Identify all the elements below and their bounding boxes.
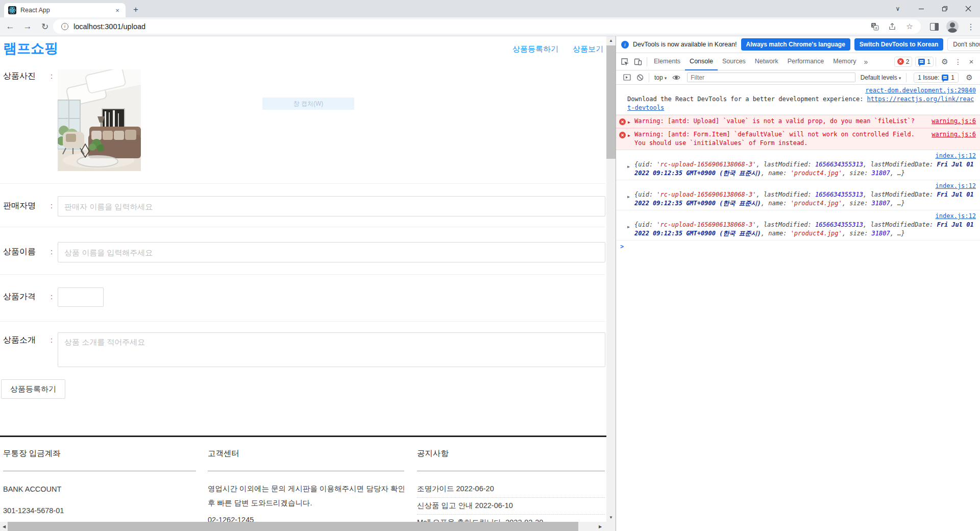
browser-tabstrip: React App × + ∨ — [0, 0, 980, 17]
browser-tab[interactable]: React App × — [4, 3, 126, 17]
price-input[interactable] — [58, 287, 104, 307]
scroll-up-icon[interactable]: ▲ — [606, 36, 616, 44]
object-preview[interactable]: {uid: 'rc-upload-1656906138068-3', lastM… — [634, 221, 974, 237]
chrome-menu-icon[interactable]: ⋮ — [964, 19, 978, 34]
notice-item[interactable]: 신상품 입고 안내 2022-06-10 — [417, 498, 605, 515]
forward-icon[interactable]: → — [20, 19, 35, 34]
nav-view-link[interactable]: 상품보기 — [573, 44, 603, 54]
support-text-line2: 후 빠른 답변 도와드리겠습니다. — [208, 498, 312, 508]
address-bar[interactable]: i localhost:3001/upload 文a ☆ — [53, 19, 921, 34]
product-name-input[interactable] — [58, 242, 605, 262]
vertical-scrollbar[interactable]: ▲ ▼ — [606, 36, 616, 531]
issues-pill[interactable]: 1 Issue: 1 — [914, 73, 959, 83]
avatar — [946, 20, 959, 33]
restore-button[interactable] — [933, 0, 957, 17]
tab-elements[interactable]: Elements — [649, 53, 685, 70]
nav-register-link[interactable]: 상품등록하기 — [512, 44, 558, 54]
switch-korean-button[interactable]: Switch DevTools to Korean — [854, 38, 943, 51]
back-icon[interactable]: ← — [3, 19, 17, 34]
object-preview[interactable]: {uid: 'rc-upload-1656906138068-3', lastM… — [634, 161, 974, 177]
inspect-element-icon[interactable] — [618, 55, 631, 68]
webpage: 램프쇼핑 상품등록하기 상품보기 상품사진 : — [0, 36, 606, 531]
product-image-thumbnail[interactable] — [58, 69, 141, 171]
share-icon[interactable] — [886, 20, 898, 33]
issues-icon — [942, 75, 948, 81]
more-tabs-icon[interactable]: » — [861, 58, 871, 66]
seller-input[interactable] — [58, 196, 605, 216]
reload-icon[interactable]: ↻ — [38, 19, 52, 34]
scroll-right-icon[interactable]: ▶ — [596, 522, 604, 531]
context-selector[interactable]: top▾ — [651, 74, 670, 81]
submit-product-button[interactable]: 상품등록하기 — [1, 379, 65, 399]
live-expression-eye-icon[interactable] — [670, 71, 683, 84]
match-language-button[interactable]: Always match Chrome's language — [741, 38, 850, 51]
devtools-menu-icon[interactable]: ⋮ — [951, 55, 965, 68]
source-link[interactable]: warning.js:6 — [932, 130, 976, 139]
warning-text: Warning: [antd: Upload] `value` is not a… — [634, 117, 915, 125]
console-sidebar-icon[interactable] — [620, 71, 633, 84]
scroll-left-icon[interactable]: ◀ — [0, 522, 8, 531]
object-preview[interactable]: {uid: 'rc-upload-1656906138068-3', lastM… — [634, 191, 974, 207]
toolbar-right: ⋮ — [923, 19, 978, 34]
horizontal-scrollbar[interactable]: ◀ ▶ — [0, 522, 606, 531]
expand-triangle-icon[interactable]: ▶ — [628, 118, 630, 127]
scroll-down-icon[interactable]: ▼ — [606, 513, 616, 521]
new-tab-button[interactable]: + — [130, 4, 142, 16]
error-count-badge[interactable]: × 2 — [894, 57, 913, 67]
expand-triangle-icon[interactable]: ▶ — [627, 162, 630, 171]
tab-console[interactable]: Console — [685, 53, 718, 70]
issue-count-badge[interactable]: 1 — [915, 57, 934, 67]
description-textarea[interactable] — [58, 332, 605, 367]
warning-text: Warning: [antd: Form.Item] `defaultValue… — [634, 131, 915, 147]
product-name-label: 상품이름 — [3, 247, 36, 257]
console-settings-icon[interactable]: ⚙ — [963, 71, 976, 84]
source-link[interactable]: react-dom.development.js:29840 — [865, 87, 976, 94]
expand-triangle-icon[interactable]: ▶ — [628, 131, 630, 140]
tab-close-icon[interactable]: × — [113, 7, 121, 14]
error-icon: × — [897, 58, 904, 65]
site-logo-link[interactable]: 램프쇼핑 — [3, 39, 58, 58]
source-link[interactable]: index.js:12 — [936, 152, 976, 159]
source-link[interactable]: index.js:12 — [936, 182, 976, 189]
tab-network[interactable]: Network — [750, 53, 783, 70]
side-panel-icon[interactable] — [927, 19, 941, 34]
console-filter-input[interactable] — [687, 73, 855, 82]
chevron-down-icon: ▾ — [665, 76, 667, 81]
devtools-settings-icon[interactable]: ⚙ — [938, 55, 951, 68]
devtools-close-icon[interactable]: × — [965, 55, 978, 68]
close-window-button[interactable] — [957, 0, 980, 17]
notice-item[interactable]: 조명가이드 2022-06-20 — [417, 481, 605, 498]
divider — [649, 73, 649, 82]
log-levels-selector[interactable]: Default levels▾ — [857, 74, 904, 81]
site-info-icon[interactable]: i — [61, 23, 68, 30]
tab-sources[interactable]: Sources — [718, 53, 750, 70]
bank-account-label: BANK ACCOUNT — [3, 485, 61, 493]
profile-avatar[interactable] — [945, 19, 960, 34]
issue-count: 1 — [927, 58, 930, 65]
window-controls: ∨ — [886, 0, 980, 17]
vertical-scrollbar-thumb[interactable] — [606, 45, 616, 159]
clear-console-icon[interactable] — [633, 71, 647, 84]
url-text[interactable]: localhost:3001/upload — [74, 22, 864, 31]
product-name-colon: : — [51, 248, 53, 256]
bookmark-star-icon[interactable]: ☆ — [903, 20, 916, 33]
price-colon: : — [51, 293, 53, 301]
minimize-button[interactable] — [910, 0, 933, 17]
tab-memory[interactable]: Memory — [828, 53, 861, 70]
console-prompt[interactable]: > — [616, 240, 980, 245]
page-footer: 무통장 입금계좌 BANK ACCOUNT 301-1234-5678-01 고… — [0, 436, 606, 522]
source-link[interactable]: index.js:12 — [936, 212, 976, 220]
dismiss-banner-button[interactable]: Don't show again — [947, 38, 980, 51]
source-link[interactable]: warning.js:6 — [932, 117, 976, 126]
devtools-language-banner: i DevTools is now available in Korean! A… — [616, 36, 980, 53]
expand-triangle-icon[interactable]: ▶ — [627, 192, 630, 201]
device-toolbar-icon[interactable] — [631, 55, 645, 68]
tab-performance[interactable]: Performance — [783, 53, 829, 70]
translate-icon[interactable]: 文a — [869, 20, 881, 33]
banner-text: DevTools is now available in Korean! — [633, 41, 737, 48]
tab-search-icon[interactable]: ∨ — [886, 0, 910, 17]
support-heading: 고객센터 — [208, 448, 239, 459]
console-object-log: index.js:12 ▶ {uid: 'rc-upload-165690613… — [616, 210, 980, 240]
expand-triangle-icon[interactable]: ▶ — [627, 223, 630, 231]
horizontal-scrollbar-thumb[interactable] — [8, 522, 578, 531]
